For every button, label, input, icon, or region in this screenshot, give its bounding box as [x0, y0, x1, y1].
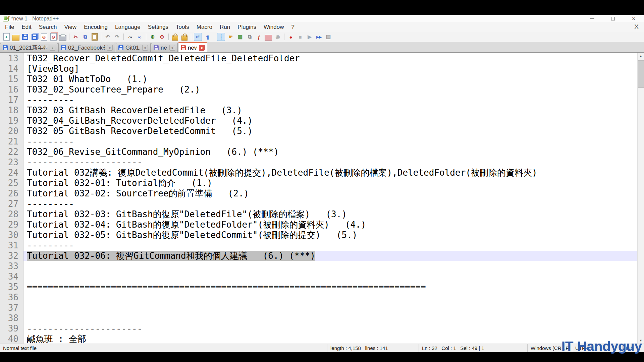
text-line: T032_03_GitBash_RecoverDeletedFile (3.) [23, 105, 637, 116]
line-text: ---------------------- [27, 323, 142, 334]
unsaved-floppy-icon [181, 45, 186, 50]
redo-icon[interactable]: ↷ [113, 33, 121, 41]
menu-row-close-icon[interactable]: X [634, 23, 639, 30]
line-text: --------- [27, 95, 74, 105]
text-line: T032_04_GitBash_RecoverDeletedFolder (4.… [23, 116, 637, 126]
text-line [23, 313, 637, 323]
tab-4[interactable]: new 2x [151, 43, 178, 52]
menu-item-settings[interactable]: Settings [144, 22, 172, 32]
sync-v-scroll-icon[interactable] [171, 33, 179, 41]
menu-item-window[interactable]: Window [260, 22, 287, 32]
menu-item-tools[interactable]: Tools [172, 22, 193, 32]
menu-item-encoding[interactable]: Encoding [80, 22, 111, 32]
line-number: 15 [0, 74, 23, 84]
save-icon[interactable] [21, 33, 29, 41]
close-all-docs-icon[interactable]: ⊖ [50, 33, 57, 41]
line-text: 鹹魚班 : 全部 [27, 334, 86, 344]
menu-item-macro[interactable]: Macro [193, 22, 216, 32]
undo-icon[interactable]: ↶ [104, 33, 111, 41]
folder-workspace-icon[interactable] [265, 33, 272, 41]
zoom-in-icon[interactable]: ⊕ [149, 33, 156, 41]
text-line: ---------------------- [23, 323, 637, 334]
paste-icon[interactable] [91, 33, 98, 41]
function-list-icon[interactable]: ƒ [255, 33, 263, 41]
folder-workspace-icon-shape [265, 35, 272, 41]
text-line: T032_02_SourceTree_Prepare (2.) [23, 84, 637, 95]
vertical-scrollbar[interactable]: ▲ ▼ [637, 53, 644, 344]
line-number: 29 [0, 220, 23, 230]
restore-button[interactable] [602, 15, 623, 22]
cut-icon[interactable]: ✂ [72, 33, 79, 41]
scrollbar-thumb[interactable] [638, 60, 644, 88]
menu-item-search[interactable]: Search [35, 22, 61, 32]
menu-item-file[interactable]: File [1, 22, 18, 32]
text-line [23, 292, 637, 303]
stop-macro-icon[interactable]: ■ [297, 33, 304, 41]
sync-h-scroll-icon-shape [181, 36, 187, 41]
tab-5[interactable]: new 1x [178, 42, 207, 52]
play-macro-icon[interactable]: ▶ [306, 33, 313, 41]
menu-bar: FileEditSearchViewEncodingLanguageSettin… [0, 22, 644, 32]
close-button[interactable]: × [623, 15, 644, 22]
text-line: --------- [23, 95, 637, 105]
menu-item-[interactable]: ? [287, 22, 298, 32]
tab-close-icon[interactable]: x [199, 45, 205, 51]
sync-h-scroll-icon[interactable] [181, 33, 188, 41]
find-icon[interactable]: ∞ [126, 33, 134, 41]
define-language-icon[interactable]: ▦ [236, 33, 244, 41]
tab-3[interactable]: Git01.txtx [116, 43, 151, 52]
monitoring-icon[interactable]: ◉ [274, 33, 281, 41]
line-number: 19 [0, 116, 23, 126]
close-doc-icon[interactable]: ⊖ [40, 33, 48, 41]
status-length-lines: length : 4,158 lines : 141 [327, 344, 419, 352]
record-macro-icon[interactable]: ● [287, 33, 294, 41]
tab-1[interactable]: 01_2021新年特價.txtx [0, 43, 58, 52]
line-number: 21 [0, 136, 23, 147]
text-line: [ViewBlog] [23, 64, 637, 74]
menu-item-view[interactable]: View [61, 22, 80, 32]
menu-item-language[interactable]: Language [111, 22, 144, 32]
save-macro-icon[interactable]: ▤ [325, 33, 332, 41]
line-text: Tutorial 032-05: GitBash的復原"DeletedCommi… [27, 230, 357, 240]
replace-icon[interactable]: ∞ [136, 33, 143, 41]
tab-close-icon[interactable]: x [169, 45, 175, 51]
run-macro-multi-icon[interactable]: ▶▶ [315, 33, 323, 41]
text-content[interactable]: T032_Recover_DeletedCommit_DeletedFile_D… [23, 53, 637, 344]
line-text: Tutorial 032-04: GitBash的復原"DeletedFolde… [27, 220, 366, 230]
new-file-icon[interactable]: + [3, 33, 10, 41]
open-folder-icon[interactable] [12, 33, 19, 41]
tab-2[interactable]: 02_Facebook分享.txtx [58, 43, 115, 52]
scroll-up-icon[interactable]: ▲ [638, 53, 644, 59]
text-line: ========================================… [23, 282, 637, 292]
line-number: 33 [0, 261, 23, 272]
tab-bar: 01_2021新年特價.txtx02_Facebook分享.txtxGit01.… [0, 42, 644, 53]
tab-close-icon[interactable]: x [107, 45, 113, 51]
it-handyguy-watermark: IT Handyguy [561, 339, 642, 354]
word-wrap-icon[interactable]: ↵ [194, 33, 202, 41]
user-defined-lang-icon[interactable]: ☛ [227, 33, 234, 41]
tab-close-icon[interactable]: x [142, 45, 148, 51]
tab-close-icon[interactable]: x [50, 45, 55, 51]
line-number: 38 [0, 313, 23, 323]
print-icon[interactable] [59, 33, 66, 41]
save-all-icon[interactable] [31, 33, 38, 41]
menu-item-plugins[interactable]: Plugins [234, 22, 260, 32]
status-cursor-position: Ln : 32 Col : 1 Sel : 49 | 1 [419, 344, 527, 352]
show-all-chars-icon[interactable]: ¶ [204, 33, 211, 41]
line-number: 37 [0, 303, 23, 313]
minimize-button[interactable] [582, 15, 602, 22]
line-number: 35 [0, 282, 23, 292]
copy-icon[interactable]: ⧉ [82, 33, 89, 41]
text-line: --------- [23, 136, 637, 147]
line-number: 23 [0, 157, 23, 168]
toolbar-separator [101, 34, 101, 40]
line-text: --------- [27, 240, 74, 250]
text-line: Tutorial 032-05: GitBash的復原"DeletedCommi… [23, 230, 637, 240]
menu-item-edit[interactable]: Edit [18, 22, 35, 32]
indent-guide-icon[interactable]: ┊ [217, 33, 225, 41]
menu-item-run[interactable]: Run [216, 22, 234, 32]
document-map-icon[interactable]: ⧉ [246, 33, 253, 41]
zoom-out-icon[interactable]: ⊖ [158, 33, 166, 41]
title-bar: *new 1 - Notepad++ × [0, 15, 644, 22]
text-line [23, 261, 637, 272]
